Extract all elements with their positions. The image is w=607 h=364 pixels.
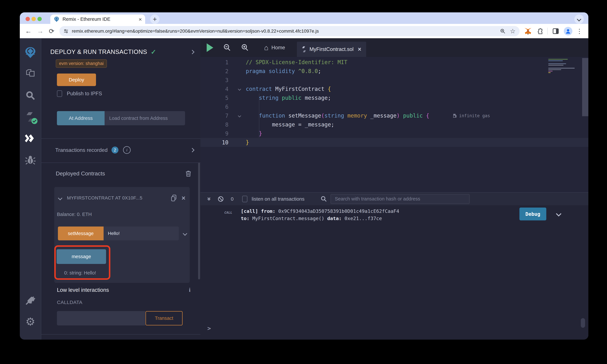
editor-scrollbar[interactable] xyxy=(582,58,588,116)
minimap[interactable] xyxy=(548,59,576,74)
terminal-scrollbar-thumb[interactable] xyxy=(581,318,585,328)
contract-balance: Balance: 0. ETH xyxy=(57,212,92,217)
debugger-icon[interactable] xyxy=(24,153,37,166)
set-message-expand-chevron-icon[interactable] xyxy=(183,231,187,236)
url-text[interactable]: remix.ethereum.org/#lang=en&optimize=fal… xyxy=(72,28,496,34)
collapse-terminal-icon[interactable]: » xyxy=(208,195,211,202)
address-bar[interactable]: remix.ethereum.org/#lang=en&optimize=fal… xyxy=(59,26,520,36)
indent-guide xyxy=(259,93,259,138)
remix-logo-icon[interactable] xyxy=(24,46,37,59)
minimize-window-button[interactable] xyxy=(31,17,36,21)
message-output-value: 0: string: Hello! xyxy=(64,270,96,276)
metamask-extension-icon[interactable] xyxy=(524,27,532,35)
extensions-puzzle-icon[interactable] xyxy=(536,28,543,34)
copy-address-icon[interactable] xyxy=(171,195,177,201)
profile-avatar[interactable] xyxy=(564,27,572,36)
browser-menu-icon[interactable]: ⋮ xyxy=(576,27,583,35)
terminal-search-icon xyxy=(320,196,327,202)
low-level-title: Low level interactions xyxy=(57,287,189,293)
contract-collapse-chevron-icon[interactable] xyxy=(58,196,62,200)
side-panel-icon[interactable] xyxy=(552,28,559,35)
fold-chevron-icon[interactable] xyxy=(238,88,246,90)
settings-gear-icon[interactable]: ⚙ xyxy=(24,315,37,328)
contract-instance-title[interactable]: MYFIRSTCONTRACT AT 0X10F...5 xyxy=(67,195,171,201)
line-number: 5 xyxy=(200,95,238,101)
close-window-button[interactable] xyxy=(26,17,30,21)
code-line[interactable]: 10} xyxy=(200,138,588,147)
code-line[interactable]: 1// SPDX-License-Identifier: MIT xyxy=(200,58,588,67)
low-level-info-icon[interactable]: i xyxy=(189,287,190,293)
transactions-info-icon[interactable]: i xyxy=(123,146,131,154)
compile-success-check-icon: ✓ xyxy=(151,48,156,56)
log-line[interactable]: [call] from: 0x9Cf934043aD350758391b0D01… xyxy=(241,208,399,215)
code-line[interactable]: 7 function setMessage(string memory _mes… xyxy=(200,111,588,120)
zoom-in-icon[interactable] xyxy=(241,44,249,52)
line-number: 9 xyxy=(200,130,238,137)
file-explorer-icon[interactable] xyxy=(24,68,37,80)
panel-scrollbar[interactable] xyxy=(198,163,200,279)
code-line[interactable]: 9 } xyxy=(200,129,588,138)
tab-home[interactable]: ⌂ Home xyxy=(264,44,285,51)
transactions-expand-chevron-icon[interactable] xyxy=(190,148,195,152)
back-icon[interactable]: ← xyxy=(25,27,32,35)
divider xyxy=(41,334,200,335)
tab-search-chevron-button[interactable] xyxy=(574,14,584,24)
code-line[interactable]: 6 xyxy=(200,102,588,111)
code-line[interactable]: 4contract MyFirstContract { xyxy=(200,85,588,93)
zoom-page-icon[interactable] xyxy=(500,28,506,34)
publish-ipfs-checkbox[interactable] xyxy=(57,90,62,97)
file-tab-close-icon[interactable]: × xyxy=(358,46,361,52)
at-address-button[interactable]: At Address xyxy=(57,111,105,125)
set-message-button[interactable]: setMessage xyxy=(58,226,104,240)
code-text: pragma solidity ^0.8.0; xyxy=(246,67,321,76)
code-line[interactable]: 3 xyxy=(200,76,588,85)
bookmark-star-icon[interactable]: ☆ xyxy=(510,27,515,35)
code-line[interactable]: 8 message = _message; xyxy=(200,120,588,129)
tab-myfirstcontract[interactable]: MyFirstContract.sol × xyxy=(297,42,366,57)
plugin-manager-icon[interactable] xyxy=(24,294,37,307)
editor-column: ⌂ Home MyFirstContract.sol × 1// SPDX-Li… xyxy=(200,38,588,340)
zoom-window-button[interactable] xyxy=(38,17,42,21)
toolbar-divider xyxy=(547,28,548,35)
debug-button[interactable]: Debug xyxy=(519,208,546,221)
listen-all-tx-label: listen on all transactions xyxy=(252,196,304,202)
new-tab-button[interactable]: + xyxy=(150,14,159,24)
transact-button[interactable]: Transact xyxy=(145,311,183,325)
fold-chevron-icon[interactable] xyxy=(238,115,246,117)
at-address-input[interactable] xyxy=(105,111,185,125)
code-line[interactable]: 5 string public message; xyxy=(200,93,588,102)
panel-title: DEPLOY & RUN TRANSACTIONS xyxy=(50,49,147,55)
code-line[interactable]: 2pragma solidity ^0.8.0; xyxy=(200,67,588,76)
deploy-and-run-icon[interactable] xyxy=(24,132,37,145)
screenshot-root: Remix - Ethereum IDE × + ← → ⟳ remix.eth… xyxy=(0,0,607,364)
transactions-count-badge: 2 xyxy=(111,146,119,154)
run-script-play-icon[interactable] xyxy=(207,43,213,52)
site-settings-icon[interactable] xyxy=(63,28,69,34)
log-expand-chevron-icon[interactable] xyxy=(557,212,561,216)
set-message-input[interactable] xyxy=(104,226,179,240)
code-text: } xyxy=(246,138,249,147)
browser-window: Remix - Ethereum IDE × + ← → ⟳ remix.eth… xyxy=(20,12,588,340)
icon-rail: ⚙ xyxy=(20,38,41,340)
reload-icon[interactable]: ⟳ xyxy=(49,27,54,35)
browser-tab-remix[interactable]: Remix - Ethereum IDE × xyxy=(50,14,145,24)
panel-collapse-chevron-icon[interactable] xyxy=(190,50,195,54)
deployed-contracts-title: Deployed Contracts xyxy=(56,170,185,177)
call-type-badge: CALL xyxy=(224,210,232,214)
listen-all-tx-checkbox[interactable] xyxy=(242,196,247,202)
code-editor[interactable]: 1// SPDX-License-Identifier: MIT2pragma … xyxy=(200,57,588,192)
terminal-search-input[interactable] xyxy=(330,194,470,204)
remove-contract-icon[interactable]: × xyxy=(182,195,185,201)
clear-contracts-trash-icon[interactable] xyxy=(185,170,191,177)
log-line[interactable]: to: MyFirstContract.message() data: 0xe2… xyxy=(241,215,399,222)
message-getter-button[interactable]: message xyxy=(57,249,106,264)
line-number: 10 xyxy=(200,139,238,146)
tab-close-icon[interactable]: × xyxy=(139,16,142,22)
calldata-input[interactable] xyxy=(57,311,145,325)
clear-console-icon[interactable] xyxy=(218,196,224,202)
solidity-compiler-icon[interactable] xyxy=(24,110,37,123)
divider xyxy=(41,163,200,163)
zoom-out-icon[interactable] xyxy=(223,44,231,52)
search-icon[interactable] xyxy=(24,89,37,102)
deploy-button[interactable]: Deploy xyxy=(57,74,96,86)
